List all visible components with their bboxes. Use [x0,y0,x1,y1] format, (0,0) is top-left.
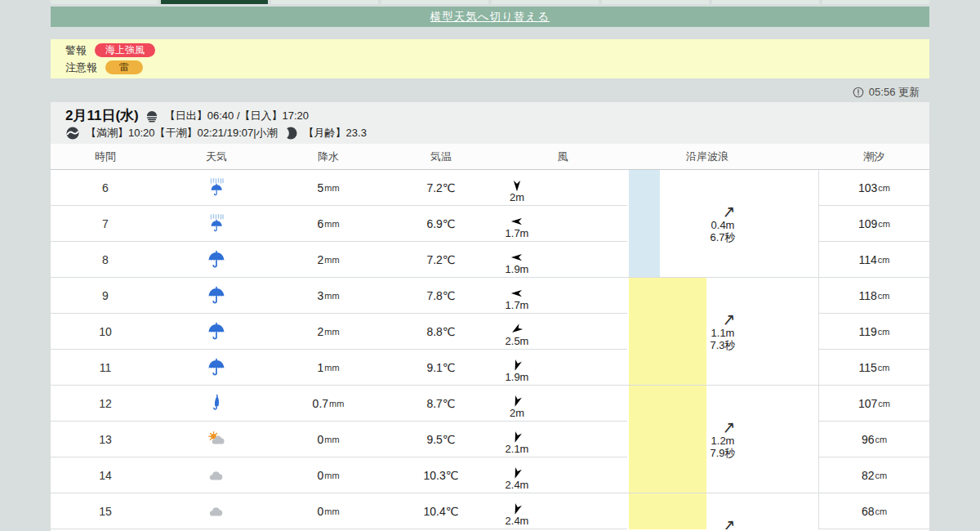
col-header-temp: 気温 [384,149,498,164]
forecast-card: 2月11日(水) 【日出】06:40 /【日入】17:20 【満潮】10:20【… [51,102,929,531]
precip-cell: 0mm [273,493,384,529]
cloudy-icon [207,502,226,521]
top-tab[interactable] [602,0,709,4]
tide-info: 【満潮】10:20【干潮】02:21/19:07|小潮 [86,126,278,141]
wind-direction-arrow-icon [510,286,524,301]
col-header-precip: 降水 [273,149,384,164]
top-tab[interactable] [51,0,158,4]
wind-cell: 2m [498,170,627,205]
col-header-tide: 潮汐 [818,149,929,164]
tide-cell: 118cm [818,278,929,313]
wind-cell: 2.4m [498,457,627,493]
wave-info: ↗0.4m6.7秒 [627,170,818,277]
top-tab[interactable] [271,0,378,4]
time-cell: 10 [51,314,160,349]
wind-speed: 1.9m [506,263,529,275]
top-tab[interactable] [712,0,819,4]
wave-info: ↗ [627,493,818,529]
time-cell: 6 [51,170,160,205]
switch-to-horizontal-link[interactable]: 横型天気へ切り替える [430,10,550,25]
precip-cell: 0.7mm [273,386,384,421]
temp-cell: 10.4℃ [384,493,498,529]
temp-cell: 7.8℃ [384,278,498,313]
wave-direction-arrow-icon: ↗ [721,203,737,220]
advisory-label: 注意報 [65,60,97,75]
date-title: 2月11日(水) [65,106,139,125]
wind-direction-arrow-icon [510,178,524,193]
table-header: 時間 天気 降水 気温 風 沿岸波浪 潮汐 [51,144,929,170]
advisory-badge[interactable]: 雷 [105,60,143,74]
sun-info: 【日出】06:40 /【日入】17:20 [165,109,309,123]
tide-cell: 107cm [818,386,929,421]
wave-period: 6.7秒 [710,231,735,243]
precip-cell: 6mm [273,206,384,241]
precip-cell: 0mm [273,457,384,493]
weather-cell [160,314,273,349]
precip-cell: 1mm [273,350,384,385]
temp-cell: 9.1℃ [384,350,498,385]
weather-cell [160,350,273,385]
col-header-weather: 天気 [160,149,273,164]
top-tab[interactable] [381,0,488,4]
wave-group-cell: ↗0.4m6.7秒 [627,170,818,278]
wind-cell: 2.5m [498,314,627,349]
time-cell: 12 [51,386,160,421]
warning-label: 警報 [65,43,87,58]
weather-cell [160,206,273,241]
col-header-wind: 風 [498,149,627,164]
precip-cell: 2mm [273,242,384,277]
info-icon [853,87,864,98]
weather-cell [160,457,273,493]
weather-cell [160,493,273,529]
wind-cell: 1.7m [498,206,627,241]
wind-cell: 1.9m [498,350,627,385]
tide-cell: 115cm [818,350,929,385]
wave-period: 7.3秒 [710,339,735,351]
tide-cell: 103cm [818,170,929,205]
precip-cell: 0mm [273,422,384,457]
tide-cell: 109cm [818,206,929,241]
wave-info: ↗1.1m7.3秒 [627,278,818,385]
weather-cell [160,242,273,277]
temp-cell: 6.9℃ [384,206,498,241]
rain-closed-icon [207,394,226,413]
time-cell: 14 [51,457,160,493]
wave-group-cell: ↗ [627,493,818,529]
top-tab[interactable] [822,0,929,4]
moon-icon [283,126,298,141]
layout-switch-banner: 横型天気へ切り替える [51,7,929,27]
alert-box: 警報 海上強風 注意報 雷 [51,39,929,78]
rain-icon [207,250,226,270]
top-tab[interactable] [161,0,268,4]
wave-direction-arrow-icon: ↗ [721,419,737,435]
rain-icon [207,322,226,341]
tide-cell: 119cm [818,314,929,349]
wave-period: 7.9秒 [710,447,735,459]
precip-cell: 5mm [273,170,384,205]
wind-cell: 2.4m [498,493,627,529]
rain-icon [207,286,226,306]
top-tab[interactable] [492,0,599,4]
tide-wave-icon [65,126,80,141]
updated-line: 05:56 更新 [51,84,929,100]
time-cell: 9 [51,278,160,313]
wave-column-overlay: ↗0.4m6.7秒↗1.1m7.3秒↗1.2m7.9秒↗ [627,170,818,531]
wind-cell: 1.7m [498,278,627,313]
tide-cell: 114cm [818,242,929,277]
warning-row: 警報 海上強風 [65,43,915,58]
wind-cell: 2m [498,386,627,421]
wave-info: ↗1.2m7.9秒 [627,386,818,493]
sunrise-icon [145,109,159,123]
table-body: ↗0.4m6.7秒↗1.1m7.3秒↗1.2m7.9秒↗ 6 5mm 7.2℃ … [51,170,929,531]
time-cell: 11 [51,350,160,385]
tide-cell: 68cm [818,493,929,529]
col-header-time: 時間 [51,149,160,164]
temp-cell: 8.7℃ [384,386,498,421]
warning-badge[interactable]: 海上強風 [95,43,155,57]
rain-heavy-icon [207,178,226,198]
top-tabs [51,0,929,4]
wind-speed: 2m [510,191,524,203]
time-cell: 13 [51,422,160,457]
rain-heavy-icon [207,214,226,234]
precip-cell: 3mm [273,278,384,313]
